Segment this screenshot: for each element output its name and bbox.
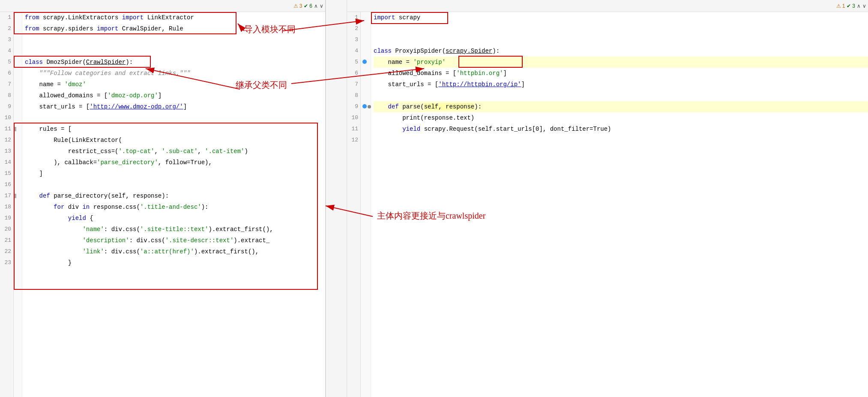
left-line-numbers: 1 2 3 4 5 6 7 8 9 10 11 12 13 14 15 16 1 (0, 12, 14, 397)
left-code-area: 1 2 3 4 5 6 7 8 9 10 11 12 13 14 15 16 1 (0, 12, 325, 397)
right-pane: ⚠ 1 ✔ 3 ∧ ∨ 1 2 3 4 5 6 7 (347, 0, 868, 397)
right-code-line-11: yield scrapy.Request(self.start_urls[0],… (374, 123, 868, 135)
right-line-numbers: 1 2 3 4 5 6 7 8 9 10 11 12 (347, 12, 361, 397)
code-line-4 (25, 45, 325, 57)
code-line-3 (25, 34, 325, 45)
right-code-line-5: name = 'proxyip' (374, 57, 868, 68)
code-line-17: def parse_directory(self, response): (25, 190, 325, 202)
code-line-14: ), callback='parse_directory', follow=Tr… (25, 157, 325, 168)
right-code-line-3 (374, 34, 868, 45)
code-line-2: from scrapy.spiders import CrawlSpider, … (25, 23, 325, 34)
left-ok-badge: ✔ 6 (304, 3, 312, 9)
code-line-12: Rule(LinkExtractor( (25, 135, 325, 146)
right-code-line-9: def parse(self, response): (374, 101, 868, 112)
right-code-line-10: print(response.text) (374, 112, 868, 123)
right-code-line-8 (374, 90, 868, 101)
code-line-8: allowed_domains = ['dmoz-odp.org'] (25, 90, 325, 101)
left-toolbar: ⚠ 3 ✔ 6 ∧ ∨ (0, 0, 325, 12)
right-code-line-6: allowed_domains = ['httpbin.org'] (374, 68, 868, 79)
left-warn-badge: ⚠ 3 (293, 3, 302, 9)
code-line-16 (25, 179, 325, 190)
code-line-13: restrict_css=('.top-cat', '.sub-cat', '.… (25, 146, 325, 157)
right-code-line-4: class ProxyipSpider(scrapy.Spider): (374, 45, 868, 57)
code-line-7: name = 'dmoz' (25, 79, 325, 90)
code-line-9: start_urls = ['http://www.dmoz-odp.org/'… (25, 101, 325, 112)
left-code-content: from scrapy.LinkExtractors import LinkEx… (22, 12, 325, 397)
code-line-11: rules = [ (25, 123, 325, 135)
code-line-20: 'name': div.css('.site-title::text').ext… (25, 224, 325, 235)
right-code-content: import scrapy class ProxyipSpider(scrapy… (371, 12, 868, 397)
right-code-area: 1 2 3 4 5 6 7 8 9 10 11 12 (347, 12, 868, 397)
code-line-5: class DmozSpider(CrawlSpider): (25, 57, 325, 68)
left-down-btn[interactable]: ∨ (320, 3, 323, 9)
right-code-line-2 (374, 23, 868, 34)
code-line-1: from scrapy.LinkExtractors import LinkEx… (25, 12, 325, 23)
right-code-line-1: import scrapy (374, 12, 868, 23)
code-line-23: } (25, 257, 325, 268)
right-warn-badge: ⚠ 1 (836, 3, 845, 9)
code-line-22: 'link': div.css('a::attr(href)').extract… (25, 246, 325, 257)
right-indicators (361, 12, 371, 397)
left-indicators (14, 12, 22, 397)
code-line-18: for div in response.css('.title-and-desc… (25, 202, 325, 213)
center-divider (326, 0, 347, 397)
code-line-21: 'description': div.css('.site-descr::tex… (25, 235, 325, 246)
right-down-btn[interactable]: ∨ (862, 3, 866, 9)
right-code-line-7: start_urls = ['http://httpbin.org/ip'] (374, 79, 868, 90)
left-up-btn[interactable]: ∧ (314, 3, 318, 9)
code-line-19: yield { (25, 213, 325, 224)
right-toolbar: ⚠ 1 ✔ 3 ∧ ∨ (347, 0, 868, 12)
code-line-15: ] (25, 168, 325, 179)
right-code-line-12 (374, 135, 868, 146)
main-container: ⚠ 3 ✔ 6 ∧ ∨ 1 2 3 4 5 6 (0, 0, 868, 397)
code-line-6: """Follow categories and extract links."… (25, 68, 325, 79)
code-line-10 (25, 112, 325, 123)
left-pane: ⚠ 3 ✔ 6 ∧ ∨ 1 2 3 4 5 6 (0, 0, 326, 397)
right-up-btn[interactable]: ∧ (857, 3, 861, 9)
right-ok-badge: ✔ 3 (847, 3, 855, 9)
